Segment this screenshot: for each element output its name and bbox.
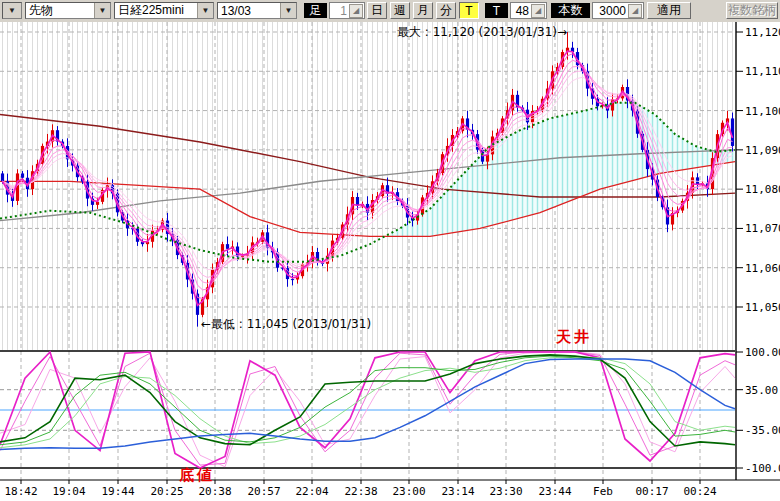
symbol-select[interactable]: 日経225mini ▼ (114, 2, 214, 19)
period-day-button[interactable]: 日 (367, 2, 387, 19)
time-tick-label: 20:57 (247, 485, 280, 498)
time-tick-label: 23:00 (392, 485, 425, 498)
rci-mid-green (0, 356, 735, 445)
contract-month-value: 13/03 (218, 4, 280, 18)
time-tick-label: 23:14 (441, 485, 474, 498)
price-tick-label: 11,080 (745, 183, 780, 196)
price-axis-labels: 11,12011,11011,10011,09011,08011,07011,0… (736, 26, 780, 475)
period-tick-button[interactable]: T (459, 2, 479, 19)
rci-dark-green (0, 355, 735, 446)
instrument-type-select[interactable]: 先物 ▼ (25, 2, 111, 19)
period-week-button[interactable]: 週 (390, 2, 410, 19)
period-month-button[interactable]: 月 (413, 2, 433, 19)
chevron-down-icon[interactable]: ▼ (280, 3, 296, 18)
symbol-value: 日経225mini (115, 2, 197, 19)
rci-tick-label: -35.00 (745, 424, 780, 437)
period-minute-button[interactable]: 分 (436, 2, 456, 19)
interval-value: 1 (330, 4, 348, 18)
rci-tick-label: -100.00 (745, 462, 780, 475)
time-tick-label: 18:42 (4, 485, 37, 498)
time-tick-label: 23:30 (489, 485, 522, 498)
spinner-icon[interactable]: ◢ (531, 4, 545, 18)
contract-month-select[interactable]: 13/03 ▼ (217, 2, 297, 19)
chevron-down-icon[interactable]: ▼ (3, 3, 21, 18)
rci-tick-label: 35.00 (745, 384, 778, 397)
chart-area[interactable]: 11,12011,11011,10011,09011,08011,07011,0… (0, 22, 780, 501)
price-tick-label: 11,120 (745, 26, 780, 39)
time-tick-label: 00:17 (635, 485, 668, 498)
bottom-annotation: 底値 (179, 466, 215, 485)
time-tick-label: Feb (593, 485, 613, 498)
price-tick-label: 11,070 (745, 222, 780, 235)
time-axis-labels: 18:4219:0419:4420:2520:3820:5722:0422:38… (4, 480, 716, 498)
price-tick-label: 11,090 (745, 144, 780, 157)
apply-button[interactable]: 適用 (647, 2, 691, 19)
time-tick-label: 19:44 (101, 485, 134, 498)
time-tick-label: 19:04 (52, 485, 85, 498)
price-and-rci-chart: 11,12011,11011,10011,09011,08011,07011,0… (0, 22, 780, 501)
chevron-down-icon[interactable]: ▼ (94, 3, 110, 18)
max-price-annotation: 最大 : 11,120 (2013/01/31)→ (397, 24, 567, 41)
price-tick-label: 11,050 (745, 301, 780, 314)
time-tick-label: 23:44 (538, 485, 571, 498)
chart-application-window: ▼ 先物 ▼ 日経225mini ▼ 13/03 ▼ 足 1 ◢ 日 週 月 分… (0, 0, 780, 501)
bar-type-label: 足 (304, 3, 327, 18)
bars-count-stepper[interactable]: 3000 ◢ (592, 2, 644, 19)
tick-label: T (485, 3, 508, 18)
ceiling-annotation: 天井 (556, 328, 592, 347)
time-tick-label: 20:25 (150, 485, 183, 498)
toolbar: ▼ 先物 ▼ 日経225mini ▼ 13/03 ▼ 足 1 ◢ 日 週 月 分… (0, 0, 780, 23)
spinner-icon[interactable]: ◢ (349, 4, 363, 18)
tick-count-stepper[interactable]: 48 ◢ (510, 2, 547, 19)
bars-count-value: 3000 (593, 4, 627, 18)
price-tick-label: 11,060 (745, 262, 780, 275)
min-price-annotation: ←最低 : 11,045 (2013/01/31) (201, 316, 371, 333)
price-tick-label: 11,110 (745, 65, 780, 78)
time-tick-label: 22:04 (295, 485, 328, 498)
chart-style-dropdown[interactable]: ▼ (2, 2, 22, 19)
bars-count-label: 本数 (551, 3, 590, 18)
instrument-type-value: 先物 (26, 2, 94, 19)
time-tick-label: 00:24 (683, 485, 716, 498)
rci-tick-label: 100.00 (745, 346, 780, 359)
spinner-icon[interactable]: ◢ (628, 4, 642, 18)
multi-symbol-button[interactable]: 複数銘柄 (726, 2, 778, 19)
tick-count-value: 48 (511, 4, 530, 18)
time-tick-label: 22:38 (344, 485, 377, 498)
interval-stepper[interactable]: 1 ◢ (329, 2, 365, 19)
chevron-down-icon[interactable]: ▼ (197, 3, 213, 18)
rci-light-green (0, 357, 735, 448)
price-tick-label: 11,100 (745, 105, 780, 118)
time-tick-label: 20:38 (198, 485, 231, 498)
